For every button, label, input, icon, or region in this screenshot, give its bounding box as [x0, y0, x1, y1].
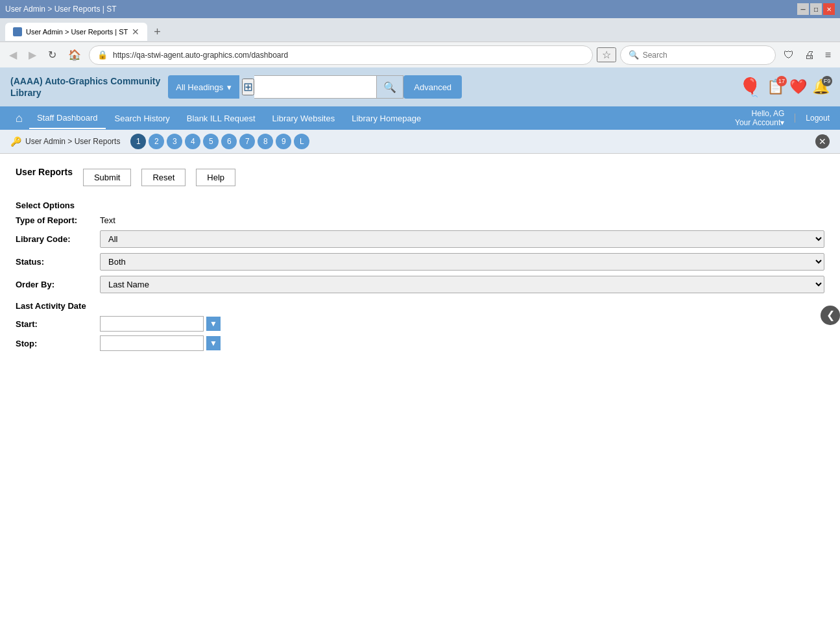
logo-line2: Library — [10, 87, 160, 99]
stack-icon-button[interactable]: ⊞ — [242, 79, 254, 95]
type-of-report-label: Type of Report: — [16, 215, 93, 225]
library-code-select[interactable]: All — [100, 230, 824, 248]
shield-icon[interactable]: 🛡 — [780, 47, 798, 64]
nav-search-history[interactable]: Search History — [107, 108, 178, 128]
browser-titlebar: User Admin > User Reports | ST ✕ + — [0, 18, 840, 42]
status-select[interactable]: Both Active Inactive — [100, 253, 824, 271]
page-title: User Reports — [16, 167, 73, 177]
main-search-input[interactable] — [254, 75, 377, 99]
close-window-button[interactable]: ✕ — [823, 3, 835, 15]
page-tab-5[interactable]: 5 — [203, 134, 219, 149]
breadcrumb-text: User Admin > User Reports — [25, 137, 120, 146]
window-titlebar: User Admin > User Reports | ST ─ □ ✕ — [0, 0, 840, 18]
help-button[interactable]: Help — [196, 169, 235, 186]
account-link[interactable]: Your Account▾ — [735, 118, 784, 127]
nav-blank-ill[interactable]: Blank ILL Request — [179, 108, 263, 128]
stop-label: Stop: — [16, 339, 93, 348]
nav-staff-dashboard[interactable]: Staff Dashboard — [29, 108, 106, 129]
forward-button[interactable]: ▶ — [25, 46, 40, 64]
nav-library-homepage[interactable]: Library Homepage — [344, 108, 429, 128]
search-icon: 🔍 — [629, 50, 639, 60]
status-label: Status: — [16, 257, 93, 267]
key-icon: 🔑 — [10, 136, 21, 147]
main-content: User Reports Submit Reset Help Select Op… — [0, 154, 840, 543]
notification-badge: 17 — [776, 76, 787, 86]
reset-button[interactable]: Reset — [141, 169, 186, 186]
type-of-report-value: Text — [100, 215, 824, 225]
start-date-input[interactable] — [100, 316, 204, 332]
page-tab-8[interactable]: 8 — [258, 134, 273, 149]
page-tab-l[interactable]: L — [294, 134, 309, 149]
library-code-label: Library Code: — [16, 234, 93, 244]
url-text: https://qa-stwi-agent.auto-graphics.com/… — [113, 51, 584, 60]
nav-library-websites[interactable]: Library Websites — [265, 108, 343, 128]
balloon-icon: 🎈 — [739, 77, 762, 98]
page-tab-9[interactable]: 9 — [276, 134, 291, 149]
advanced-search-button[interactable]: Advanced — [403, 75, 462, 99]
minimize-button[interactable]: ─ — [797, 3, 809, 15]
menu-button[interactable]: ≡ — [821, 47, 835, 64]
app-logo: (AAAA) Auto-Graphics Community Library — [10, 75, 160, 99]
nav-bar: ⌂ Staff Dashboard Search History Blank I… — [0, 106, 840, 130]
stop-date-wrapper: ▼ — [100, 335, 824, 351]
breadcrumb: 🔑 User Admin > User Reports — [10, 136, 120, 147]
browser-nav-icons: 🛡 🖨 ≡ — [780, 47, 835, 64]
header-right: 🎈 📋 17 ❤️ 🔔 F9 — [739, 77, 830, 98]
page-tabs: 1 2 3 4 5 6 7 8 9 L — [130, 134, 309, 149]
refresh-button[interactable]: ↻ — [44, 46, 60, 64]
collapse-panel-button[interactable]: ❮ — [821, 306, 840, 325]
tab-title: User Admin > User Reports | ST — [26, 28, 128, 36]
account-greeting: Hello, AG Your Account▾ — [735, 109, 784, 127]
heart-icon: ❤️ — [789, 79, 807, 95]
main-search-button[interactable]: 🔍 — [377, 75, 403, 99]
browser-tab-active[interactable]: User Admin > User Reports | ST ✕ — [5, 23, 147, 41]
app-header: (AAAA) Auto-Graphics Community Library A… — [0, 67, 840, 106]
submit-button[interactable]: Submit — [83, 169, 131, 186]
alerts-badge: F9 — [822, 76, 832, 86]
breadcrumb-bar: 🔑 User Admin > User Reports 1 2 3 4 5 6 … — [0, 130, 840, 154]
stop-date-input[interactable] — [100, 335, 204, 351]
chevron-down-icon: ▾ — [227, 82, 232, 92]
logo-line1: (AAAA) Auto-Graphics Community — [10, 75, 160, 87]
page-tab-1[interactable]: 1 — [130, 134, 146, 149]
stop-calendar-button[interactable]: ▼ — [206, 336, 221, 350]
start-calendar-button[interactable]: ▼ — [206, 317, 221, 331]
start-date-wrapper: ▼ — [100, 316, 824, 332]
secure-icon: 🔒 — [97, 50, 108, 60]
notifications-button[interactable]: 📋 17 — [767, 79, 784, 95]
last-activity-date-label: Last Activity Date — [16, 301, 86, 311]
maximize-button[interactable]: □ — [810, 3, 822, 15]
search-type-label: All Headings — [176, 82, 223, 92]
logout-button[interactable]: Logout — [795, 114, 830, 123]
close-panel-button[interactable]: ✕ — [815, 134, 830, 149]
new-tab-button[interactable]: + — [150, 25, 165, 39]
alerts-button[interactable]: 🔔 F9 — [812, 79, 830, 95]
tab-favicon — [13, 27, 22, 36]
browser-nav-bar: ◀ ▶ ↻ 🏠 🔒 https://qa-stwi-agent.auto-gra… — [0, 42, 840, 67]
print-button[interactable]: 🖨 — [800, 47, 819, 64]
search-area: All Headings ▾ ⊞ 🔍 Advanced — [168, 75, 462, 99]
window-title: User Admin > User Reports | ST — [5, 5, 117, 14]
address-bar[interactable]: 🔒 https://qa-stwi-agent.auto-graphics.co… — [89, 45, 593, 65]
bookmark-button[interactable]: ☆ — [597, 47, 616, 62]
page-tab-6[interactable]: 6 — [221, 134, 237, 149]
browser-search-box[interactable]: 🔍 — [620, 45, 776, 65]
page-tab-7[interactable]: 7 — [239, 134, 255, 149]
search-type-dropdown[interactable]: All Headings ▾ — [168, 75, 239, 99]
tab-close-button[interactable]: ✕ — [132, 27, 139, 37]
page-tab-2[interactable]: 2 — [149, 134, 164, 149]
favorites-button[interactable]: ❤️ — [789, 79, 807, 95]
home-nav-icon[interactable]: ⌂ — [10, 108, 28, 129]
window-controls: ─ □ ✕ — [797, 3, 835, 15]
home-button[interactable]: 🏠 — [64, 46, 85, 64]
order-by-label: Order By: — [16, 280, 93, 289]
browser-search-input[interactable] — [643, 51, 747, 60]
page-tab-3[interactable]: 3 — [167, 134, 182, 149]
greeting-text: Hello, AG — [735, 109, 784, 118]
page-tab-4[interactable]: 4 — [185, 134, 200, 149]
start-label: Start: — [16, 319, 93, 329]
order-by-select[interactable]: Last Name First Name Library Code Status — [100, 276, 824, 293]
select-options-label: Select Options — [16, 200, 106, 210]
back-button[interactable]: ◀ — [5, 46, 21, 64]
select-options-section: Select Options — [16, 200, 824, 210]
